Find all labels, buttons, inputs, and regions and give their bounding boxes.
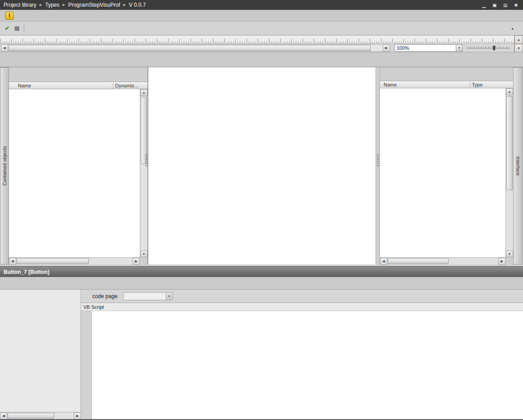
zoom-select[interactable]: 100% ▼ [394, 44, 462, 52]
interface-vscrollbar[interactable]: ▲ ▼ [506, 88, 513, 257]
contained-objects-hscrollbar[interactable]: ◀ ▶ [9, 257, 140, 264]
chevron-down-icon[interactable]: ▼ [456, 45, 462, 51]
scroll-left-icon[interactable]: ◀ [380, 258, 387, 265]
contained-objects-side-tab[interactable]: Contained objects [0, 67, 9, 264]
chevron-down-icon[interactable]: ▼ [166, 293, 172, 300]
line-number-gutter [81, 311, 92, 419]
scrollbar-thumb[interactable] [8, 413, 54, 419]
contained-objects-header: Name Dynamiz... [9, 82, 147, 89]
zoom-slider[interactable] [467, 44, 510, 52]
contained-objects-vscrollbar[interactable]: ▲ ▼ [140, 89, 147, 257]
scroll-left-icon[interactable]: ◀ [9, 258, 16, 265]
scrollbar-track[interactable] [7, 412, 74, 419]
scroll-right-icon[interactable]: ▶ [74, 412, 81, 420]
type-column-header[interactable]: Type [470, 82, 513, 87]
code-page-label: code page [92, 293, 117, 299]
left-splitter-grip[interactable] [145, 154, 147, 167]
scrollbar-thumb[interactable] [388, 258, 449, 264]
name-column-header[interactable]: Name [9, 83, 113, 88]
ruler-corner-controls: ▲ ▼ [514, 35, 523, 52]
confirm-icon[interactable]: ✔ [3, 23, 12, 33]
right-splitter-grip[interactable] [377, 154, 379, 167]
contained-objects-panel: Name Dynamiz... ▲ ▼ ◀ ▶ [9, 67, 148, 264]
breadcrumb-separator-icon: ▶ [63, 3, 65, 7]
collapse-toolbar-icon[interactable]: ▲ [511, 27, 520, 30]
notification-row: ! [0, 10, 523, 22]
contained-objects-list [9, 89, 140, 257]
format-toolbar-items: ✔▤ [3, 23, 26, 33]
event-pane-hscrollbar[interactable]: ◀ ▶ [0, 412, 81, 419]
zoom-value: 100% [395, 45, 456, 51]
scrollbar-track[interactable] [16, 258, 133, 264]
paste-icon-glyph: ▤ [14, 25, 19, 31]
minimize-icon[interactable]: ▁ [480, 3, 487, 8]
scroll-right-icon[interactable]: ▶ [498, 258, 506, 265]
interface-label: Interface [515, 156, 521, 176]
confirm-icon-glyph: ✔ [5, 25, 9, 31]
interface-panel: Name Type ▲ ▼ ◀ ▶ [380, 67, 513, 264]
scroll-down-icon[interactable]: ▼ [514, 44, 523, 52]
inspector-content: ◀ ▶ code page ▼ VB Script [0, 290, 523, 419]
titlebar: Project library▶Types▶ProgramStepVisuPro… [0, 0, 523, 10]
restore-icon[interactable]: ▣ [491, 3, 498, 8]
inspector-bar: Button_7 [Button] [0, 266, 523, 277]
canvas-splitter[interactable] [376, 67, 380, 264]
script-pane: code page ▼ VB Script [81, 290, 523, 419]
format-toolbar: ✔▤ ▲ [0, 22, 523, 35]
scroll-down-icon[interactable]: ▼ [140, 251, 147, 257]
dynamization-column-header[interactable]: Dynamiz... [113, 83, 147, 88]
scrollbar-thumb[interactable] [9, 45, 371, 51]
scroll-down-icon[interactable]: ▼ [506, 251, 513, 257]
scrollbar-thumb[interactable] [506, 96, 513, 190]
close-icon[interactable]: ✖ [513, 3, 519, 8]
code-lines[interactable] [92, 311, 523, 419]
code-editor[interactable] [81, 311, 523, 419]
breadcrumb-item[interactable]: ProgramStepVisuProf [68, 2, 120, 8]
horizontal-ruler [0, 35, 514, 43]
breadcrumb-item[interactable]: Types [45, 2, 60, 8]
zoom-slider-thumb[interactable] [493, 46, 495, 50]
mapping-canvas[interactable] [148, 67, 376, 264]
warning-icon[interactable]: ! [5, 12, 13, 20]
interface-list [380, 88, 506, 257]
breadcrumb: Project library▶Types▶ProgramStepVisuPro… [4, 2, 146, 8]
scroll-up-icon[interactable]: ▲ [140, 89, 147, 96]
breadcrumb-separator-icon: ▶ [123, 3, 125, 7]
scroll-right-icon[interactable]: ▶ [383, 44, 390, 52]
breadcrumb-item[interactable]: V 0.0.7 [129, 2, 146, 8]
interface-header: Name Type [380, 81, 513, 88]
toolbar-separator [24, 24, 24, 32]
scroll-up-icon[interactable]: ▲ [514, 35, 523, 44]
canvas-scroll-row: ◀ ▶ 100% ▼ [0, 43, 514, 52]
mapping-svg [148, 67, 376, 264]
interface-hscrollbar[interactable]: ◀ ▶ [380, 257, 506, 264]
scroll-left-icon[interactable]: ◀ [1, 44, 8, 52]
window-controls: ▁▣▤✖ [480, 3, 519, 8]
breadcrumb-separator-icon: ▶ [39, 3, 42, 7]
scrollbar-thumb[interactable] [17, 258, 89, 264]
name-column-header[interactable]: Name [380, 82, 470, 87]
script-toolbar: code page ▼ [81, 290, 523, 303]
horizontal-scrollbar[interactable] [8, 44, 383, 52]
paste-icon[interactable]: ▤ [13, 23, 22, 33]
dock-icon[interactable]: ▤ [502, 3, 509, 8]
script-language-label: VB Script [83, 304, 104, 310]
interface-side-tab[interactable]: Interface [513, 67, 523, 264]
breadcrumb-item[interactable]: Project library [4, 2, 36, 8]
editor-tabs [0, 52, 523, 67]
scrollbar-track[interactable] [387, 258, 498, 264]
scroll-left-icon[interactable]: ◀ [0, 412, 7, 420]
inspector-title: Button_7 [Button] [0, 269, 49, 275]
code-page-select[interactable]: ▼ [123, 292, 173, 300]
scroll-up-icon[interactable]: ▲ [506, 88, 513, 95]
script-language-bar: VB Script [81, 303, 523, 311]
event-pane: ◀ ▶ [0, 290, 81, 419]
inspector-subtabs [0, 277, 523, 290]
contained-objects-label: Contained objects [2, 146, 7, 186]
scroll-right-icon[interactable]: ▶ [133, 258, 140, 265]
